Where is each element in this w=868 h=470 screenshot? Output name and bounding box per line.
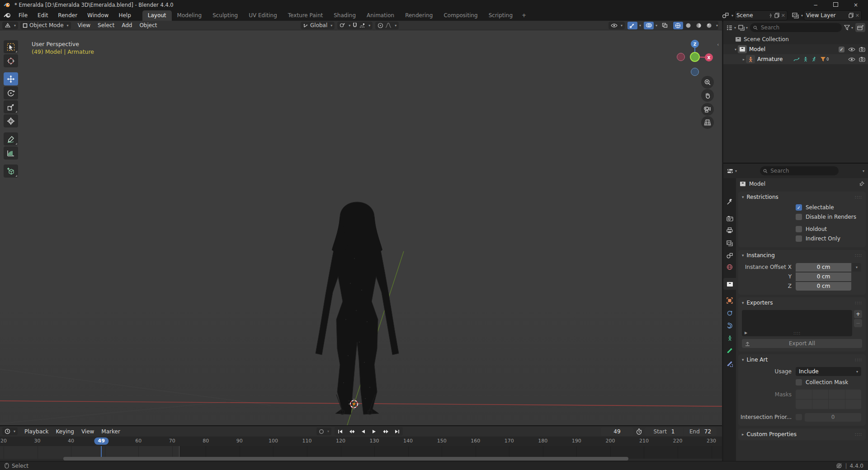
workspace-tab-layout[interactable]: Layout <box>142 10 172 21</box>
timeline-menu-playback[interactable]: Playback <box>21 428 52 436</box>
mask-toggle-6[interactable] <box>829 400 845 409</box>
camera-icon[interactable] <box>859 47 865 52</box>
instance-offset-x-field[interactable]: 0 cm <box>796 263 851 272</box>
visibility-eye-icon[interactable] <box>611 23 618 28</box>
expand-chevron[interactable]: ▾ <box>735 47 736 52</box>
prev-keyframe-button[interactable] <box>346 428 357 435</box>
tool-tab-icon[interactable] <box>723 196 736 208</box>
expand-chevron[interactable]: ▸ <box>743 57 745 61</box>
stopwatch-icon[interactable] <box>636 428 642 435</box>
exporters-list[interactable]: ▶ :::: <box>742 310 852 336</box>
move-tool[interactable] <box>4 72 18 85</box>
grid-ortho-button[interactable] <box>701 116 714 129</box>
magnet-icon[interactable] <box>352 23 358 28</box>
mask-funnel-icon[interactable]: 0 <box>820 56 829 62</box>
scene-tab-icon[interactable] <box>723 249 736 261</box>
workspace-tab-compositing[interactable]: Compositing <box>438 10 483 21</box>
new-collection-button[interactable] <box>855 23 865 32</box>
overlays-chevron[interactable]: ▾ <box>656 24 657 28</box>
current-frame-field[interactable]: 49 <box>601 428 633 436</box>
menu-help[interactable]: Help <box>114 11 135 20</box>
workspace-tab-shading[interactable]: Shading <box>328 10 361 21</box>
menu-render[interactable]: Render <box>54 11 81 20</box>
intersection-priority-checkbox[interactable] <box>796 414 802 420</box>
zoom-button[interactable] <box>701 76 714 89</box>
mask-toggle-1[interactable] <box>812 390 829 399</box>
mask-toggle-5[interactable] <box>812 400 829 409</box>
workspace-tab-rendering[interactable]: Rendering <box>400 10 438 21</box>
keying-chevron[interactable]: ▾ <box>327 429 329 433</box>
outliner-editor-type-button[interactable]: ▾ <box>726 25 736 31</box>
outliner-search-input[interactable] <box>760 24 839 31</box>
object-tab-icon[interactable] <box>723 295 736 306</box>
panel-line-art-header[interactable]: ▾Line Art:::: <box>738 354 866 365</box>
workspace-tab-texture-paint[interactable]: Texture Paint <box>283 10 328 21</box>
scale-tool[interactable] <box>4 100 18 113</box>
mask-toggle-3[interactable] <box>845 390 862 399</box>
drag-grip[interactable]: :::: <box>855 195 862 199</box>
outliner-search[interactable] <box>750 23 842 32</box>
sidebar-toggle-icon[interactable]: ‹ <box>717 42 719 47</box>
mask-toggle-2[interactable] <box>829 390 845 399</box>
scene-selector[interactable]: Scene ✕ <box>734 10 788 20</box>
record-icon[interactable] <box>319 429 324 434</box>
view-layer-tab-icon[interactable] <box>723 237 736 249</box>
constraints-tab-icon[interactable] <box>723 307 736 319</box>
mask-toggle-0[interactable] <box>796 390 812 399</box>
minimize-button[interactable]: − <box>813 2 818 8</box>
pose-icon[interactable] <box>811 56 817 62</box>
next-keyframe-button[interactable] <box>380 428 391 435</box>
duplicate-icon[interactable] <box>774 13 779 18</box>
jump-end-button[interactable] <box>392 428 402 435</box>
pin-icon[interactable] <box>859 181 864 187</box>
restriction-checkbox-indirect-only[interactable] <box>796 235 802 242</box>
blender-logo[interactable] <box>4 12 12 19</box>
restriction-checkbox-disable-in-renders[interactable] <box>796 214 802 220</box>
data-tab-icon[interactable] <box>723 332 736 344</box>
jump-start-button[interactable] <box>335 428 346 435</box>
eye-icon[interactable] <box>848 57 855 62</box>
outliner-filter-button[interactable]: ▾ <box>844 25 853 30</box>
menu-file[interactable]: File <box>14 11 32 20</box>
snap-chevron[interactable]: ▾ <box>368 24 370 28</box>
workspace-tab-uv-editing[interactable]: UV Editing <box>243 10 283 21</box>
collection-tab-icon[interactable] <box>723 278 736 290</box>
solid-shading-button[interactable] <box>684 22 693 29</box>
properties-editor-type-button[interactable]: ▾ <box>727 168 737 174</box>
start-frame-field[interactable]: Start1 <box>645 428 684 436</box>
camera-icon[interactable] <box>859 56 865 62</box>
timeline-menu-marker[interactable]: Marker <box>98 428 123 436</box>
rotate-tool[interactable] <box>4 86 18 99</box>
unlink-icon[interactable]: ✕ <box>781 13 785 19</box>
panel-instancing-header[interactable]: ▾Instancing:::: <box>738 250 866 261</box>
viewport-menu-add[interactable]: Add <box>118 21 135 29</box>
proportional-icon[interactable] <box>377 23 383 28</box>
restriction-checkbox-holdout[interactable] <box>796 226 802 232</box>
drag-grip[interactable]: :::: <box>855 301 862 305</box>
export-all-button[interactable]: Export All <box>742 339 862 348</box>
viewport-menu-object[interactable]: Object <box>136 21 160 29</box>
timeline-menu-view[interactable]: View <box>78 428 97 436</box>
wireframe-shading-button[interactable] <box>673 22 683 29</box>
maximize-button[interactable] <box>833 2 838 8</box>
add-exporter-button[interactable]: + <box>854 310 862 318</box>
eye-icon[interactable] <box>848 47 855 52</box>
panel-custom-properties-header[interactable]: ▸Custom Properties:::: <box>738 428 866 440</box>
material-shading-button[interactable] <box>694 22 704 29</box>
outliner-row-model[interactable]: ▾ Model ✓ <box>723 44 868 54</box>
instance-offset-dropdown[interactable]: ▾ <box>852 263 861 272</box>
outliner-display-mode-button[interactable]: ▾ <box>738 25 748 31</box>
properties-search-input[interactable] <box>769 167 835 174</box>
unlink-icon[interactable]: ✕ <box>855 13 859 19</box>
workspace-tab-sculpting[interactable]: Sculpting <box>207 10 243 21</box>
snap-target-chevron[interactable]: ▾ <box>349 24 350 28</box>
pan-button[interactable] <box>701 89 714 102</box>
view-layer-browse-chevron[interactable]: ▾ <box>801 14 803 18</box>
gizmo-chevron[interactable]: ▾ <box>639 24 641 28</box>
render-visibility-checkbox[interactable]: ✓ <box>839 47 844 52</box>
world-tab-icon[interactable] <box>723 261 736 273</box>
timeline-menu-keying[interactable]: Keying <box>53 428 77 436</box>
view-layer-icon[interactable] <box>792 13 799 19</box>
view-layer-selector[interactable]: View Layer ✕ <box>804 10 862 20</box>
cursor-tool[interactable] <box>4 54 18 67</box>
